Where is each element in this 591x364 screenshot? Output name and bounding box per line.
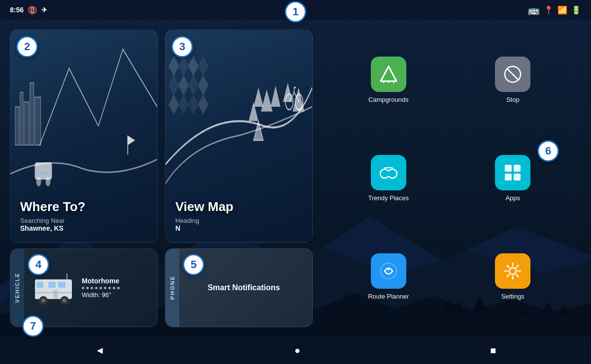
svg-point-22: [36, 177, 41, 186]
settings-svg: [503, 261, 523, 281]
view-map-text: View Map Heading N: [175, 200, 302, 232]
back-button[interactable]: ◄: [85, 341, 115, 360]
svg-point-76: [509, 268, 516, 274]
where-to-title: Where To?: [20, 200, 147, 214]
phone-side-label: PHONE: [165, 249, 179, 327]
trendy-svg: [379, 163, 398, 182]
network-off-icon: 📵: [28, 5, 37, 15]
campgrounds-label: Campgrounds: [368, 96, 409, 103]
where-to-location: Shawnee, KS: [20, 224, 147, 232]
campgrounds-svg: [379, 64, 398, 84]
svg-rect-29: [58, 282, 66, 288]
status-left: 8:56 📵 ✈: [10, 5, 47, 15]
bus-icon: 🚌: [527, 4, 540, 16]
settings-icon: [495, 253, 530, 289]
phone-notification-label: Smart Notifications: [173, 283, 305, 292]
trendy-icon: [371, 155, 406, 190]
svg-point-23: [46, 177, 51, 186]
svg-marker-51: [271, 86, 281, 107]
svg-rect-35: [35, 292, 72, 294]
trendy-label: Trendy Places: [368, 194, 409, 202]
vehicle-type: Motorhome: [82, 277, 120, 285]
svg-rect-46: [178, 94, 189, 115]
svg-rect-66: [387, 171, 390, 176]
stop-label: Stop: [506, 96, 520, 103]
where-to-tile[interactable]: 2: [10, 30, 158, 243]
home-button[interactable]: ●: [285, 341, 310, 360]
apps-svg: [503, 163, 523, 182]
svg-rect-48: [198, 94, 208, 115]
vehicle-info: Motorhome Width: 96": [82, 277, 120, 299]
step-circle-2: 2: [16, 36, 38, 58]
svg-rect-73: [514, 174, 521, 181]
navigation-icon: ✈: [41, 6, 47, 14]
route-label: Route Planner: [368, 293, 409, 300]
vehicle-dots: [82, 287, 120, 289]
svg-rect-44: [198, 75, 208, 95]
route-app[interactable]: Route Planner: [330, 231, 447, 322]
svg-rect-39: [168, 75, 179, 95]
svg-rect-24: [35, 172, 52, 174]
svg-line-63: [507, 68, 519, 80]
svg-rect-15: [20, 92, 23, 145]
right-section: Campgrounds Stop: [320, 30, 581, 327]
svg-rect-16: [24, 102, 29, 145]
vehicle-label-text: VEHICLE: [14, 273, 20, 303]
svg-line-84: [507, 275, 509, 277]
location-icon: 📍: [544, 5, 554, 15]
svg-rect-70: [505, 165, 512, 172]
settings-app[interactable]: Settings: [455, 231, 572, 322]
step-circle-3: 3: [171, 36, 193, 58]
svg-marker-49: [254, 88, 263, 107]
stop-app[interactable]: Stop: [455, 34, 572, 125]
svg-rect-71: [514, 165, 521, 172]
left-section: 2: [10, 30, 158, 327]
svg-line-83: [517, 266, 519, 268]
vehicle-width: Width: 96": [82, 291, 120, 299]
svg-rect-72: [505, 174, 512, 181]
svg-line-82: [517, 275, 519, 277]
svg-point-31: [41, 299, 45, 303]
main-content: 2: [0, 20, 591, 337]
trendy-app[interactable]: Trendy Places: [330, 133, 447, 224]
recent-button[interactable]: ■: [480, 341, 506, 360]
status-right: 🚌 📍 📶 🔋: [527, 4, 581, 16]
view-map-direction: N: [175, 224, 302, 232]
svg-line-81: [507, 266, 509, 268]
stop-svg: [503, 64, 523, 84]
svg-marker-58: [381, 66, 396, 81]
where-to-subtitle: Searching Near: [20, 217, 147, 224]
svg-rect-17: [30, 83, 34, 145]
stop-icon: [495, 57, 530, 92]
svg-rect-40: [178, 75, 189, 95]
route-svg: [379, 261, 398, 281]
svg-rect-38: [178, 56, 189, 76]
svg-point-33: [63, 299, 66, 303]
svg-rect-18: [35, 97, 41, 146]
view-map-title: View Map: [175, 200, 302, 214]
apps-icon: [495, 155, 530, 190]
battery-icon: 🔋: [571, 5, 581, 15]
bottom-nav: ◄ ● ■: [0, 337, 591, 364]
svg-rect-43: [188, 75, 198, 95]
phone-tile[interactable]: 5 PHONE Smart Notifications: [165, 248, 313, 327]
svg-rect-27: [36, 282, 43, 288]
phone-label-text: PHONE: [169, 275, 175, 300]
campgrounds-icon: [371, 57, 406, 92]
svg-rect-45: [168, 94, 179, 115]
step-circle-6: 6: [537, 140, 559, 162]
time-display: 8:56: [10, 6, 24, 14]
settings-label: Settings: [501, 293, 525, 300]
svg-rect-47: [188, 94, 198, 115]
campgrounds-app[interactable]: Campgrounds: [330, 34, 447, 125]
middle-section: 3: [165, 30, 313, 327]
route-icon: [371, 253, 406, 289]
step-circle-5: 5: [183, 254, 204, 275]
apps-label: Apps: [505, 194, 520, 202]
view-map-tile[interactable]: 3: [165, 30, 313, 243]
svg-rect-28: [48, 282, 56, 288]
svg-rect-41: [188, 56, 198, 76]
svg-marker-50: [261, 90, 273, 112]
vehicle-side-label: VEHICLE: [10, 249, 24, 327]
svg-rect-21: [35, 162, 52, 180]
